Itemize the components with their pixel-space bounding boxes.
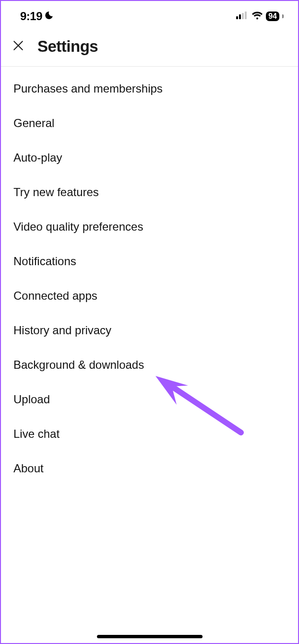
menu-item-label: About (13, 462, 44, 475)
menu-item-label: Auto-play (13, 151, 62, 164)
wifi-icon (251, 11, 263, 22)
status-bar: 9:19 94 (1, 1, 298, 29)
menu-item-video-quality[interactable]: Video quality preferences (1, 210, 298, 244)
svg-rect-2 (242, 13, 244, 19)
menu-item-general[interactable]: General (1, 106, 298, 141)
menu-item-label: Video quality preferences (13, 220, 143, 233)
svg-rect-3 (245, 12, 247, 19)
menu-item-label: General (13, 117, 54, 129)
header: Settings (1, 29, 298, 67)
dnd-moon-icon (44, 10, 54, 23)
menu-item-upload[interactable]: Upload (1, 382, 298, 417)
svg-rect-1 (239, 14, 241, 19)
menu-item-label: Live chat (13, 427, 60, 440)
menu-item-try-new-features[interactable]: Try new features (1, 175, 298, 210)
menu-item-live-chat[interactable]: Live chat (1, 417, 298, 451)
home-indicator[interactable] (97, 635, 203, 638)
settings-menu: Purchases and memberships General Auto-p… (1, 67, 298, 486)
menu-item-purchases-memberships[interactable]: Purchases and memberships (1, 71, 298, 106)
menu-item-label: Try new features (13, 186, 99, 199)
cellular-signal-icon (236, 12, 249, 21)
menu-item-background-downloads[interactable]: Background & downloads (1, 348, 298, 382)
svg-rect-0 (236, 16, 238, 19)
menu-item-history-privacy[interactable]: History and privacy (1, 313, 298, 348)
menu-item-connected-apps[interactable]: Connected apps (1, 279, 298, 313)
menu-item-about[interactable]: About (1, 451, 298, 486)
menu-item-label: Upload (13, 393, 50, 406)
battery-icon: 94 (266, 12, 279, 21)
menu-item-auto-play[interactable]: Auto-play (1, 141, 298, 175)
menu-item-notifications[interactable]: Notifications (1, 244, 298, 279)
menu-item-label: Connected apps (13, 289, 97, 302)
status-right: 94 (236, 11, 284, 22)
status-left: 9:19 (20, 10, 54, 23)
menu-item-label: History and privacy (13, 324, 111, 337)
status-time: 9:19 (20, 10, 42, 23)
page-title: Settings (37, 37, 98, 56)
menu-item-label: Notifications (13, 255, 76, 268)
menu-item-label: Background & downloads (13, 358, 144, 371)
battery-tip-icon (282, 14, 284, 18)
close-button[interactable] (10, 38, 27, 55)
menu-item-label: Purchases and memberships (13, 82, 163, 95)
close-icon (11, 38, 25, 55)
battery-level: 94 (268, 12, 277, 20)
